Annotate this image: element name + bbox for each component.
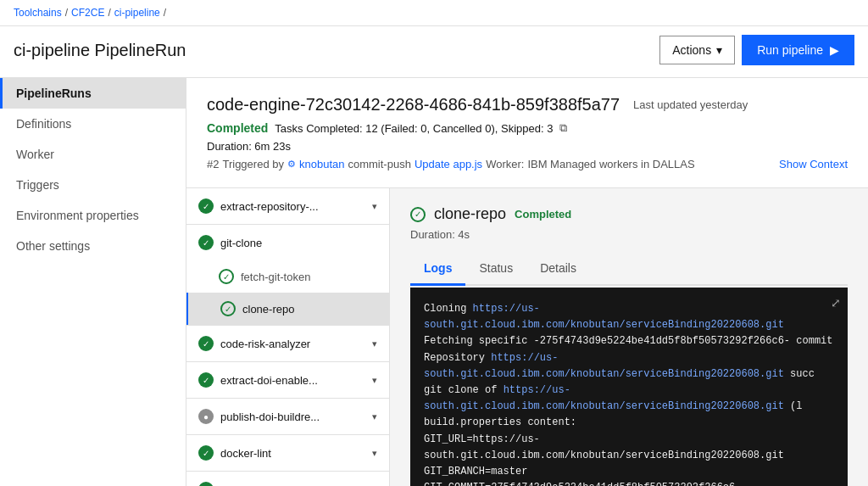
log-line-4: git clone of https://us-south.git.cloud.…: [424, 383, 834, 415]
sidebar: PipelineRuns Definitions Worker Triggers…: [0, 78, 186, 486]
step-git-clone-label: git-clone: [220, 237, 262, 249]
step-extract-repository-header[interactable]: ✓ extract-repository-... ▾: [186, 188, 389, 224]
main-layout: PipelineRuns Definitions Worker Triggers…: [0, 78, 868, 486]
sidebar-item-worker[interactable]: Worker: [0, 139, 186, 170]
chevron-down-icon: ▾: [372, 338, 377, 349]
user-link[interactable]: knobutan: [299, 158, 345, 170]
tab-status[interactable]: Status: [465, 253, 526, 286]
run-id: code-engine-72c30142-2268-4686-841b-859f…: [207, 95, 620, 115]
step-extract-doi-enable-label: extract-doi-enable...: [220, 374, 318, 387]
expand-icon[interactable]: ⤢: [831, 294, 841, 313]
tab-details[interactable]: Details: [526, 253, 590, 286]
log-line-8: GIT_COMMIT=275f4743d9e5224be41dd5f8bf505…: [424, 480, 834, 486]
log-line-6: GIT_URL=https://us-south.git.cloud.ibm.c…: [424, 432, 834, 464]
step-detail-name: clone-repo: [434, 205, 506, 223]
triggered-by-label: Triggered by: [222, 158, 284, 170]
copy-icon[interactable]: ⧉: [559, 121, 567, 135]
step-fetch-git-token-label: fetch-git-token: [241, 271, 310, 283]
show-context-link[interactable]: Show Context: [779, 158, 848, 170]
log-line-3: Repository https://us-south.git.cloud.ib…: [424, 350, 834, 383]
log-tabs: Logs Status Details: [410, 253, 848, 286]
sidebar-item-environment-properties[interactable]: Environment properties: [0, 200, 186, 231]
step-group-publish-doi-buildre: ● publish-doi-buildre... ▾: [186, 399, 389, 435]
last-updated: Last updated yesterday: [633, 98, 748, 111]
page-title: ci-pipeline PipelineRun: [14, 41, 186, 60]
step-group-extract-doi-enable: ✓ extract-doi-enable... ▾: [186, 362, 389, 399]
check-outline-icon: ✓: [220, 301, 236, 316]
sidebar-item-triggers[interactable]: Triggers: [0, 170, 186, 200]
step-group-git-clone: ✓ git-clone ✓ fetch-git-token ✓ clone-re…: [186, 225, 389, 326]
check-filled-icon: ✓: [198, 336, 214, 351]
detail-panel: ✓ clone-repo Completed Duration: 4s Logs…: [390, 188, 868, 486]
sidebar-item-definitions[interactable]: Definitions: [0, 109, 186, 139]
step-group-docker-lint: ✓ docker-lint ▾: [186, 435, 389, 472]
step-fetch-git-token[interactable]: ✓ fetch-git-token: [186, 260, 389, 293]
status-badge: Completed: [207, 121, 268, 135]
step-detail-status: Completed: [515, 208, 571, 221]
tab-logs[interactable]: Logs: [410, 253, 465, 286]
step-extract-repository-label: extract-repository-...: [220, 200, 319, 213]
step-detail-header: ✓ clone-repo Completed: [410, 205, 848, 223]
step-extract-doi-enable-header[interactable]: ✓ extract-doi-enable... ▾: [186, 362, 389, 398]
chevron-down-icon: ▾: [716, 43, 722, 57]
step-group-build: ✓ build ▾: [186, 472, 389, 486]
check-outline-icon: ✓: [219, 269, 234, 284]
pipeline-content: ✓ extract-repository-... ▾ ✓ git-clone: [186, 188, 868, 486]
breadcrumb-cf2ce[interactable]: CF2CE: [71, 7, 104, 19]
chevron-down-icon: ▾: [372, 411, 377, 422]
step-group-code-risk-analyzer: ✓ code-risk-analyzer ▾: [186, 326, 389, 362]
log-container: ⤢ Cloning https://us-south.git.cloud.ibm…: [410, 288, 848, 486]
chevron-down-icon: ▾: [372, 448, 377, 459]
step-git-clone-header[interactable]: ✓ git-clone: [186, 225, 389, 260]
log-link-1[interactable]: https://us-south.git.cloud.ibm.com/knobu…: [424, 303, 784, 331]
run-info: code-engine-72c30142-2268-4686-841b-859f…: [186, 78, 868, 188]
user-icon: ⚙: [287, 159, 296, 170]
actions-label: Actions: [672, 43, 711, 57]
step-docker-lint-header[interactable]: ✓ docker-lint ▾: [186, 435, 389, 471]
tasks-info: Tasks Completed: 12 (Failed: 0, Cancelle…: [275, 122, 553, 135]
run-icon: ▶: [830, 43, 839, 57]
step-code-risk-analyzer-label: code-risk-analyzer: [220, 338, 310, 350]
page-header: ci-pipeline PipelineRun Actions ▾ Run pi…: [0, 26, 868, 78]
breadcrumb-toolchains[interactable]: Toolchains: [14, 7, 62, 19]
chevron-down-icon: ▾: [372, 375, 377, 386]
step-detail-duration: Duration: 4s: [410, 228, 848, 241]
log-line-2: Fetching specific -275f4743d9e5224be41dd…: [424, 333, 834, 349]
breadcrumb-ci-pipeline[interactable]: ci-pipeline: [114, 7, 160, 19]
log-line-1: Cloning https://us-south.git.cloud.ibm.c…: [424, 301, 834, 333]
step-clone-repo-label: clone-repo: [242, 303, 294, 316]
pending-icon: ●: [198, 409, 214, 424]
step-group-extract-repository: ✓ extract-repository-... ▾: [186, 188, 389, 225]
breadcrumb: Toolchains / CF2CE / ci-pipeline /: [0, 0, 868, 26]
log-line-5: build.properties content:: [424, 415, 834, 431]
check-filled-icon: ✓: [198, 198, 214, 214]
step-check-outline-icon: ✓: [410, 207, 426, 222]
header-actions: Actions ▾ Run pipeline ▶: [659, 35, 854, 65]
step-clone-repo[interactable]: ✓ clone-repo: [186, 293, 389, 325]
update-link[interactable]: Update app.js: [415, 158, 482, 170]
worker-label: Worker:: [486, 158, 524, 170]
content-area: code-engine-72c30142-2268-4686-841b-859f…: [186, 78, 868, 486]
actions-button[interactable]: Actions ▾: [659, 36, 735, 64]
run-pipeline-button[interactable]: Run pipeline ▶: [742, 35, 854, 65]
check-filled-icon: ✓: [198, 235, 214, 250]
log-line-7: GIT_BRANCH=master: [424, 464, 834, 480]
trigger-type: commit-push: [348, 158, 410, 170]
step-build-label: build: [220, 483, 243, 487]
run-pipeline-label: Run pipeline: [757, 43, 823, 57]
worker-value: IBM Managed workers in DALLAS: [527, 158, 694, 170]
sidebar-item-other-settings[interactable]: Other settings: [0, 231, 186, 261]
step-publish-doi-buildre-label: publish-doi-buildre...: [220, 411, 320, 423]
step-code-risk-analyzer-header[interactable]: ✓ code-risk-analyzer ▾: [186, 326, 389, 361]
trigger-number: #2: [207, 158, 219, 170]
sidebar-item-pipeline-runs[interactable]: PipelineRuns: [0, 78, 186, 109]
step-docker-lint-label: docker-lint: [220, 447, 271, 460]
check-filled-icon: ✓: [198, 482, 214, 486]
chevron-down-icon: ▾: [372, 201, 377, 212]
check-filled-icon: ✓: [198, 445, 214, 461]
steps-panel: ✓ extract-repository-... ▾ ✓ git-clone: [186, 188, 390, 486]
duration: Duration: 6m 23s: [207, 140, 291, 153]
step-publish-doi-buildre-header[interactable]: ● publish-doi-buildre... ▾: [186, 399, 389, 434]
check-filled-icon: ✓: [198, 372, 214, 388]
step-build-header[interactable]: ✓ build ▾: [186, 472, 389, 486]
